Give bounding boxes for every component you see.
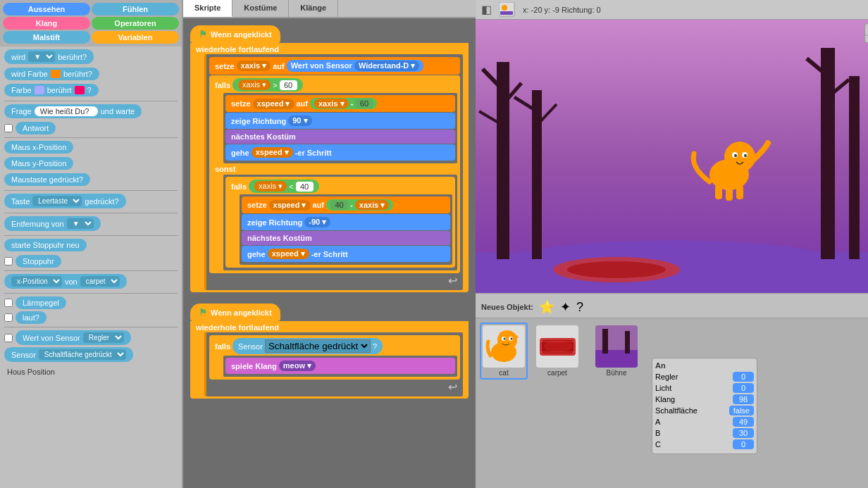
cat-variablen[interactable]: Variablen xyxy=(92,31,179,44)
taste-dropdown[interactable]: Leertaste xyxy=(32,196,82,206)
sensor-schalt-dropdown[interactable]: Schaltfläche gedrückt xyxy=(39,349,126,360)
sensing-block-farbe2[interactable]: Farbe berührt ? xyxy=(4,84,99,96)
richtung-dd-2[interactable]: -90 ▾ xyxy=(304,217,330,227)
wert-sensor-block[interactable]: Wert von Sensor Regler xyxy=(16,330,131,345)
val-60-2[interactable] xyxy=(355,99,373,108)
camera-sprite-btn[interactable]: ? xyxy=(576,300,583,315)
sensing-stoppuhr-start[interactable]: starte Stoppuhr neu xyxy=(4,239,87,251)
cond-val-60[interactable] xyxy=(280,80,297,90)
antwort-block[interactable]: Antwort xyxy=(16,122,56,134)
sprite-cat[interactable]: cat xyxy=(480,323,528,380)
antwort-checkbox[interactable] xyxy=(4,124,13,132)
stage-coords: x: -20 y: -9 Richtung: 0 xyxy=(523,6,601,14)
sensing-block-wird[interactable]: wird ▼ berührt? xyxy=(4,49,94,64)
gehe-block-2[interactable]: gehe xspeed ▾ -er Schritt xyxy=(242,246,450,262)
xaxis-dd-3[interactable]: xaxis ▾ xyxy=(355,200,390,210)
entfernung-dropdown[interactable]: ▼ xyxy=(67,218,94,229)
zeige-richtung-1[interactable]: zeige Richtung 90 ▾ xyxy=(225,113,455,129)
sensor-row-a: A 49 xyxy=(655,417,754,427)
sensor-klang-val: 98 xyxy=(733,394,754,404)
gehe-block-1[interactable]: gehe xspeed ▾ -er Schritt xyxy=(225,144,455,161)
setze-xaxis-block[interactable]: setze xaxis ▾ auf Wert von Sensor Widers… xyxy=(209,57,460,75)
block-sensor-schalt: Sensor Schaltfläche gedrückt xyxy=(4,347,178,363)
xspeed-dd-1[interactable]: xspeed ▾ xyxy=(253,99,294,109)
divider-2 xyxy=(4,137,178,138)
laut-block[interactable]: laut? xyxy=(16,311,46,324)
zoom-out-btn[interactable]: ◧ xyxy=(481,3,492,16)
cat-malstift[interactable]: Malstift xyxy=(3,31,90,44)
frage-input[interactable] xyxy=(35,106,98,116)
if-body-2: setze xspeed ▾ auf - xaxis ▾ xyxy=(240,194,452,265)
upload-sprite-btn[interactable]: ✦ xyxy=(560,299,571,315)
stage-sprite[interactable]: Bühne xyxy=(593,323,640,380)
cat-operatoren[interactable]: Operatoren xyxy=(92,17,179,30)
sensing-xpos[interactable]: x-Position von carpet xyxy=(4,274,127,289)
xspeed-dd-3[interactable]: xspeed ▾ xyxy=(269,200,311,211)
tab-kostueme[interactable]: Kostüme xyxy=(232,0,289,17)
spiele-klang[interactable]: spiele Klang meow ▾ xyxy=(225,358,455,374)
sensing-maustaste[interactable]: Maustaste gedrückt? xyxy=(4,173,90,186)
color-swatch-3 xyxy=(75,86,85,94)
zeige1-label: zeige Richtung xyxy=(231,117,286,125)
sensing-mausy[interactable]: Maus y-Position xyxy=(4,157,73,170)
stoppuhr-block[interactable]: Stoppuhr xyxy=(16,255,61,268)
xaxis-dd[interactable]: xaxis ▾ xyxy=(237,61,271,71)
xpos-dropdown[interactable]: x-Position xyxy=(11,276,62,287)
sensing-schalt[interactable]: Sensor Schaltfläche gedrückt xyxy=(4,347,133,362)
klang-dd[interactable]: meow ▾ xyxy=(279,361,316,371)
sensor-dd[interactable]: Widerstand-D ▾ xyxy=(354,61,419,71)
xaxis-dd-2[interactable]: xaxis ▾ xyxy=(314,99,349,108)
tab-klaenge[interactable]: Klänge xyxy=(289,0,338,17)
sonst-label: sonst xyxy=(215,163,457,175)
frage-suffix: und warte xyxy=(101,107,135,115)
xpos-obj-dropdown[interactable]: carpet xyxy=(80,276,120,287)
xspeed-dd-gehe2[interactable]: xspeed ▾ xyxy=(268,249,309,259)
sprite-carpet[interactable]: carpet xyxy=(533,323,581,380)
divider-4 xyxy=(4,213,178,213)
naechstes-kostuem-1[interactable]: nächstes Kostüm xyxy=(225,130,455,144)
cat-klang[interactable]: Klang xyxy=(3,17,90,30)
zeige-richtung-2[interactable]: zeige Richtung -90 ▾ xyxy=(242,214,450,230)
sensor-licht-val: 0 xyxy=(733,383,754,393)
wird-dropdown[interactable]: ▼ xyxy=(28,51,55,62)
block-antwort: Antwort xyxy=(4,122,178,134)
xspeed-dd-gehe1[interactable]: xspeed ▾ xyxy=(252,147,293,158)
sensing-block-farbe[interactable]: wird Farbe berührt? xyxy=(4,68,99,80)
sensing-entfernung[interactable]: Entfernung von ▼ xyxy=(4,216,101,231)
tab-skripte[interactable]: Skripte xyxy=(183,0,232,17)
paint-sprite-btn[interactable]: ⭐ xyxy=(539,299,554,315)
laerm-checkbox[interactable] xyxy=(4,299,13,307)
setze-xspeed-block[interactable]: setze xspeed ▾ auf xaxis ▾ - xyxy=(225,95,455,112)
laerm-block[interactable]: Lärmpegel xyxy=(16,296,66,309)
xaxis-dd-cond[interactable]: xaxis ▾ xyxy=(238,80,271,90)
sensing-block-frage[interactable]: Frage und warte xyxy=(4,104,142,118)
xaxis-dd-lt[interactable]: xaxis ▾ xyxy=(254,181,287,192)
farbe-label: wird Farbe xyxy=(11,70,48,78)
repeat-header-2: wiederhole fortlaufend xyxy=(196,323,463,332)
setze2-label: setze xyxy=(231,99,251,108)
setze-xspeed-2[interactable]: setze xspeed ▾ auf - xaxis ▾ xyxy=(242,196,450,213)
laerm-row: Lärmpegel xyxy=(4,296,178,309)
richtung-dd-1[interactable]: 90 ▾ xyxy=(288,115,311,126)
if-block-2: falls xaxis ▾ < xyxy=(225,177,455,268)
repeat-body-1: setze xaxis ▾ auf Wert von Sensor Widers… xyxy=(204,54,463,290)
repeat-block-1: wiederhole fortlaufend setze xaxis ▾ auf… xyxy=(190,43,469,292)
laut-checkbox[interactable] xyxy=(4,313,13,322)
wert-sensor-dropdown[interactable]: Regler xyxy=(83,332,124,343)
stoppuhr-checkbox[interactable] xyxy=(4,257,13,265)
laut-row: laut? xyxy=(4,311,178,324)
hat-block-2[interactable]: ⚑ Wenn angeklickt xyxy=(190,304,280,321)
minus1: - xyxy=(351,99,354,108)
naechstes-kostuem-2[interactable]: nächstes Kostüm xyxy=(242,231,450,245)
bend-arrow-1: ↩ xyxy=(209,274,460,287)
cat-fuehlen[interactable]: Fühlen xyxy=(92,3,179,15)
sensing-mausx[interactable]: Maus x-Position xyxy=(4,141,73,154)
sensing-taste[interactable]: Taste Leertaste gedrückt? xyxy=(4,194,126,208)
val-40-calc[interactable] xyxy=(330,200,348,210)
block-farbe-beruehrt: wird Farbe berührt? xyxy=(4,68,178,82)
wert-sensor-checkbox[interactable] xyxy=(4,334,13,342)
sensor-type-dd[interactable]: Schaltfläche gedrückt xyxy=(265,339,371,353)
cat-aussehen[interactable]: Aussehen xyxy=(3,3,90,15)
hat-block-1[interactable]: ⚑ Wenn angeklickt xyxy=(190,25,280,43)
cond-val-40[interactable] xyxy=(296,182,314,192)
